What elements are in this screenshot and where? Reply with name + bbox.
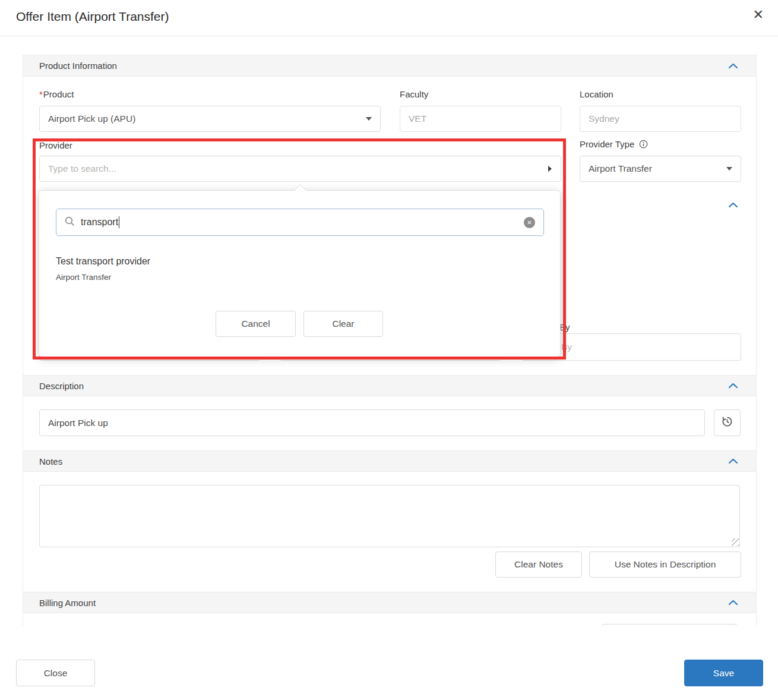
provider-type-select[interactable]: Airport Transfer: [580, 156, 741, 182]
section-title: Product Information: [39, 61, 117, 71]
provider-type-label: Provider Type: [580, 139, 648, 149]
section-title: Billing Amount: [39, 598, 96, 608]
notes-textarea[interactable]: [39, 485, 740, 547]
location-label: Location: [580, 89, 613, 99]
save-button[interactable]: Save: [684, 660, 763, 686]
clear-notes-button[interactable]: Clear Notes: [495, 551, 582, 578]
location-input: [580, 106, 741, 132]
section-title: Notes: [39, 456, 62, 466]
faculty-input: [400, 106, 561, 132]
section-header-billing-amount[interactable]: Billing Amount: [23, 592, 756, 613]
expand-arrow-icon[interactable]: [548, 166, 552, 172]
resize-handle[interactable]: [732, 538, 739, 546]
offer-item-modal: { "colors": { "accent_blue": "#2b77c0", …: [0, 0, 778, 700]
partial-field-label: By: [559, 322, 570, 332]
chevron-up-icon[interactable]: [728, 383, 738, 389]
clear-search-icon[interactable]: ✕: [524, 217, 535, 228]
provider-search-popover: transport ✕ Test transport provider Airp…: [39, 190, 561, 357]
history-icon: [722, 416, 733, 430]
chevron-up-icon[interactable]: [728, 600, 738, 606]
modal-header: Offer Item (Airport Transfer) ✕: [0, 0, 778, 36]
search-query-text: transport: [81, 217, 118, 228]
search-result-subtitle: Airport Transfer: [56, 273, 111, 282]
clear-button[interactable]: Clear: [303, 311, 383, 337]
provider-label: Provider: [39, 140, 72, 150]
close-button[interactable]: Close: [16, 660, 95, 686]
chevron-up-icon[interactable]: [728, 202, 738, 208]
product-label: *Product: [39, 89, 74, 99]
chevron-up-icon[interactable]: [728, 63, 738, 69]
section-header-description[interactable]: Description: [23, 375, 756, 396]
chevron-down-icon: [366, 117, 372, 121]
section-header-product-information[interactable]: Product Information: [23, 55, 756, 77]
use-notes-in-description-button[interactable]: Use Notes in Description: [589, 551, 741, 578]
popover-search-input[interactable]: transport ✕: [56, 209, 544, 236]
section-header-notes[interactable]: Notes: [23, 450, 756, 472]
product-select[interactable]: Airport Pick up (APU): [39, 106, 381, 132]
text-cursor: [119, 216, 119, 228]
restore-description-button[interactable]: [714, 409, 741, 436]
info-icon[interactable]: [639, 140, 648, 149]
close-icon[interactable]: ✕: [753, 8, 764, 21]
provider-search-input[interactable]: [39, 156, 561, 182]
section-title: Description: [39, 381, 84, 391]
search-result-item[interactable]: Test transport provider: [56, 256, 150, 267]
chevron-up-icon[interactable]: [728, 458, 738, 464]
page-title: Offer Item (Airport Transfer): [16, 10, 169, 24]
search-icon: [65, 216, 75, 229]
provider-combobox[interactable]: [39, 156, 561, 182]
chevron-down-icon: [726, 167, 732, 171]
description-input[interactable]: [39, 409, 705, 436]
billing-partial-input[interactable]: [602, 624, 737, 626]
cancel-button[interactable]: Cancel: [216, 311, 296, 337]
faculty-label: Faculty: [400, 89, 428, 99]
required-asterisk: *: [39, 89, 43, 99]
